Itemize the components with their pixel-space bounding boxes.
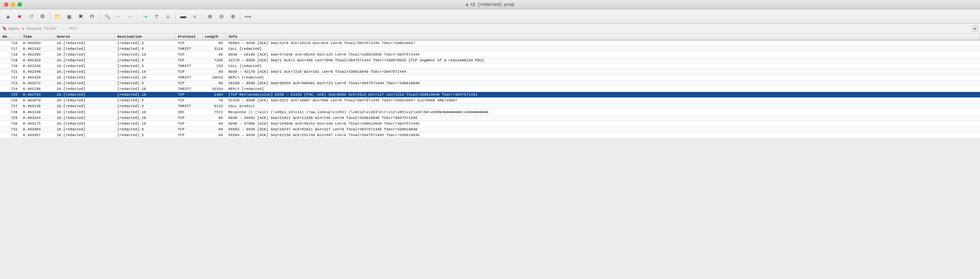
cell-time: 0.492329 <box>20 57 54 63</box>
cell-dest: [redacted].5 <box>115 104 175 109</box>
col-header-protocol[interactable]: Protocol <box>175 34 202 40</box>
col-header-time[interactable]: Time <box>20 34 54 40</box>
cell-dest: [redacted].18 <box>115 69 175 75</box>
cell-dest: [redacted].5 <box>115 46 175 52</box>
filterbar: 🔖 ▶ <box>0 24 980 34</box>
col-header-no[interactable]: No. <box>0 34 20 40</box>
cell-dest: [redacted].18 <box>115 86 175 92</box>
cell-no: 726 <box>0 98 20 104</box>
table-row[interactable]: 722 0.492420 10.[redacted] [redacted].18… <box>0 75 980 81</box>
cell-time: 0.492192 <box>20 46 54 52</box>
cell-info: 51420 → 8930 [ACK] Seq=2512 Ack=10007 Wi… <box>226 98 980 104</box>
cell-len: 235 <box>202 63 226 69</box>
cell-len: 33334 <box>202 86 226 92</box>
cell-len: 66 <box>202 52 226 57</box>
cell-source: 10.[redacted] <box>54 98 115 104</box>
resize-columns-button[interactable]: ⟺ <box>242 11 253 22</box>
cell-proto: TCP <box>175 121 202 127</box>
cell-no: 728 <box>0 109 20 115</box>
cell-time: 0.492708 <box>20 86 54 92</box>
cell-source: 10.[redacted] <box>54 104 115 109</box>
col-header-source[interactable]: Source <box>54 34 115 40</box>
cell-dest: [redacted].18 <box>115 115 175 121</box>
cell-info: 56584 → 8930 [ACK] Seq=62158 Ack=261748 … <box>226 132 980 138</box>
cell-time: 0.493367 <box>20 132 54 138</box>
cell-no: 717 <box>0 46 20 52</box>
table-row[interactable]: 717 0.492192 10.[redacted] [redacted].5 … <box>0 46 980 52</box>
zoom-in-button[interactable]: ⊕ <box>204 11 215 22</box>
separator-6 <box>240 13 240 21</box>
cell-source: 10.[redacted] <box>54 81 115 86</box>
close-file-button[interactable]: ✖ <box>75 11 86 22</box>
table-row[interactable]: 731 0.493304 10.[redacted] [redacted].5 … <box>0 127 980 132</box>
cell-proto: THRIFT <box>175 75 202 81</box>
table-row[interactable]: 729 0.493164 10.[redacted] [redacted].18… <box>0 115 980 121</box>
forward-button[interactable]: → <box>125 11 135 22</box>
col-header-length[interactable]: Length <box>202 34 226 40</box>
table-row[interactable]: 725 0.492784 10.[redacted] [redacted].18… <box>0 92 980 98</box>
col-header-destination[interactable]: Destination <box>115 34 175 40</box>
cell-proto: IRC <box>175 109 202 115</box>
cell-info: 56592 → 8930 [ACK] Seq=10247 Ack=51011 W… <box>226 127 980 132</box>
cell-no: 725 <box>0 92 20 98</box>
separator-1 <box>50 13 50 21</box>
col-header-info[interactable]: Info <box>226 34 980 40</box>
cell-dest: [redacted].5 <box>115 40 175 46</box>
table-row[interactable]: 727 0.493138 10.[redacted] [redacted].5 … <box>0 104 980 109</box>
table-row[interactable]: 730 0.493175 10.[redacted] [redacted].18… <box>0 121 980 127</box>
cell-info: 8930 → 57000 [ACK] Seq=184040 Ack=50153 … <box>226 121 980 127</box>
options-button[interactable]: ⚙ <box>37 11 48 22</box>
cell-len: 66 <box>202 127 226 132</box>
cell-proto: TCP <box>175 92 202 98</box>
go-last-button[interactable]: ⇊ <box>163 11 173 22</box>
table-row[interactable]: 726 0.492870 10.[redacted] [redacted].5 … <box>0 98 980 104</box>
table-row[interactable]: 728 0.493148 10.[redacted] [redacted].18… <box>0 109 980 115</box>
cell-source: 10.[redacted] <box>54 69 115 75</box>
cell-proto: TCP <box>175 127 202 132</box>
cell-proto: THRIFT <box>175 46 202 52</box>
table-row[interactable]: 716 0.492053 10.[redacted] [redacted].5 … <box>0 40 980 46</box>
cell-time: 0.492870 <box>20 98 54 104</box>
cell-source: 10.[redacted] <box>54 63 115 69</box>
restart-capture-button[interactable]: ↺ <box>25 11 37 22</box>
save-button[interactable]: ▦ <box>64 11 75 22</box>
go-first-button[interactable]: ⇈ <box>151 11 162 22</box>
traffic-lights <box>4 2 22 7</box>
zoom-out-button[interactable]: ⊖ <box>216 11 227 22</box>
cell-dest: [redacted].5 <box>115 127 175 132</box>
table-row[interactable]: 724 0.492708 10.[redacted] [redacted].18… <box>0 86 980 92</box>
open-file-button[interactable]: 📁 <box>52 11 63 22</box>
cell-len: 66 <box>202 115 226 121</box>
maximize-button[interactable] <box>18 2 22 7</box>
filter-input[interactable] <box>8 25 971 32</box>
cell-time: 0.492209 <box>20 52 54 57</box>
table-row[interactable]: 723 0.492572 10.[redacted] [redacted].5 … <box>0 81 980 86</box>
scroll-up-button[interactable]: ⇥ <box>140 11 151 22</box>
cell-time: 0.492420 <box>20 75 54 81</box>
start-capture-button[interactable]: ▲ <box>3 11 13 22</box>
table-row[interactable]: 718 0.492209 10.[redacted] [redacted].18… <box>0 52 980 57</box>
auto-scroll-button[interactable]: ≡ <box>189 11 200 22</box>
table-row[interactable]: 719 0.492329 10.[redacted] [redacted].5 … <box>0 57 980 63</box>
cell-no: 724 <box>0 86 20 92</box>
filter-submit-button[interactable]: ▶ <box>972 25 978 32</box>
cell-info: 56964 → 8930 [ACK] Seq=3370 Ack=16219 Wi… <box>226 40 980 46</box>
cell-time: 0.493304 <box>20 127 54 132</box>
table-row[interactable]: 720 0.492336 10.[redacted] [redacted].5 … <box>0 63 980 69</box>
back-button[interactable]: ← <box>113 11 124 22</box>
cell-proto: TCP <box>175 69 202 75</box>
table-row[interactable]: 732 0.493367 10.[redacted] [redacted].5 … <box>0 132 980 138</box>
reload-button[interactable]: ⟳ <box>87 11 97 22</box>
zoom-reset-button[interactable]: ⊗ <box>228 11 238 22</box>
stop-capture-button[interactable]: ■ <box>14 11 25 22</box>
cell-proto: TCP <box>175 81 202 86</box>
find-button[interactable]: 🔍 <box>102 11 113 22</box>
cell-time: 0.493148 <box>20 109 54 115</box>
titlebar: ▲ n2 [redacted].pcap <box>0 0 980 10</box>
close-button[interactable] <box>4 2 8 7</box>
cell-no: 719 <box>0 57 20 63</box>
minimize-button[interactable] <box>11 2 15 7</box>
cell-source: 10.[redacted] <box>54 121 115 127</box>
table-row[interactable]: 721 0.492348 10.[redacted] [redacted].18… <box>0 69 980 75</box>
colorize-button[interactable]: ▬ <box>178 11 189 22</box>
